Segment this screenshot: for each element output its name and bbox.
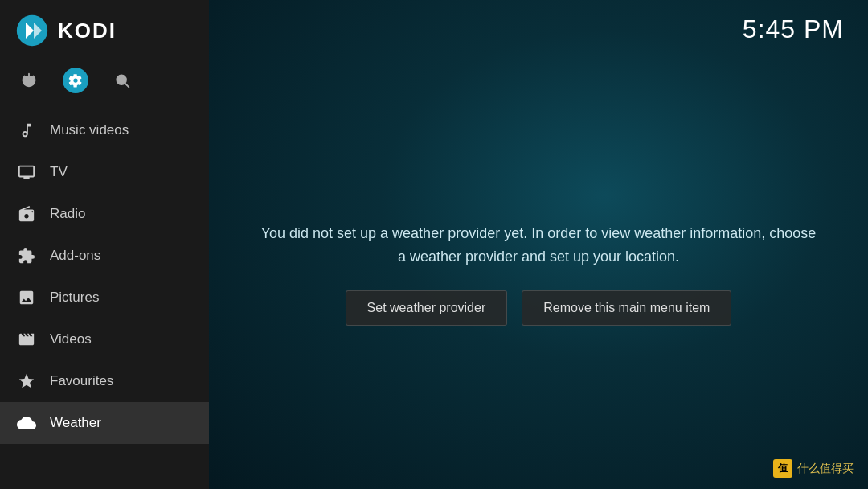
sidebar-item-radio[interactable]: Radio [0, 193, 209, 235]
nav-list: Music videos TV Radio [0, 109, 209, 489]
watermark-label: 什么值得买 [797, 462, 854, 476]
action-buttons: Set weather provider Remove this main me… [346, 290, 732, 326]
sidebar-header: KODI [0, 0, 209, 61]
power-button[interactable] [16, 68, 42, 93]
tv-icon [16, 162, 37, 183]
sidebar-label-pictures: Pictures [50, 290, 99, 306]
music-video-icon [16, 120, 37, 141]
addons-icon [16, 245, 37, 266]
sidebar-item-weather[interactable]: Weather [0, 402, 209, 444]
settings-button[interactable] [63, 68, 88, 93]
weather-icon [16, 413, 37, 434]
watermark-badge: 值 [773, 459, 792, 478]
main-content: 5:45 PM You did not set up a weather pro… [209, 0, 868, 489]
pictures-icon [16, 287, 37, 308]
watermark: 值 什么值得买 [773, 459, 854, 478]
content-area: You did not set up a weather provider ye… [209, 59, 868, 489]
sidebar-label-addons: Add-ons [50, 248, 100, 264]
sidebar-item-pictures[interactable]: Pictures [0, 277, 209, 318]
sidebar-label-weather: Weather [50, 415, 101, 431]
app-title: KODI [58, 18, 117, 43]
favourites-icon [16, 371, 37, 392]
radio-icon [16, 203, 37, 224]
sidebar-item-addons[interactable]: Add-ons [0, 235, 209, 277]
svg-line-4 [125, 84, 129, 88]
kodi-logo-icon [16, 14, 48, 47]
sidebar: KODI [0, 0, 209, 489]
sidebar-label-radio: Radio [50, 206, 85, 222]
sidebar-label-videos: Videos [50, 331, 92, 347]
search-button[interactable] [109, 68, 135, 93]
sidebar-item-videos[interactable]: Videos [0, 318, 209, 360]
sidebar-label-music-videos: Music videos [50, 122, 129, 138]
header-icons-row [0, 61, 209, 109]
clock-display: 5:45 PM [743, 14, 844, 44]
sidebar-label-favourites: Favourites [50, 373, 113, 389]
sidebar-item-tv[interactable]: TV [0, 151, 209, 193]
topbar: 5:45 PM [209, 0, 868, 59]
sidebar-item-favourites[interactable]: Favourites [0, 360, 209, 402]
remove-menu-item-button[interactable]: Remove this main menu item [522, 290, 731, 326]
videos-icon [16, 329, 37, 350]
set-weather-provider-button[interactable]: Set weather provider [346, 290, 508, 326]
sidebar-label-tv: TV [50, 164, 68, 180]
sidebar-item-music-videos[interactable]: Music videos [0, 109, 209, 151]
weather-message-text: You did not set up a weather provider ye… [257, 222, 820, 269]
